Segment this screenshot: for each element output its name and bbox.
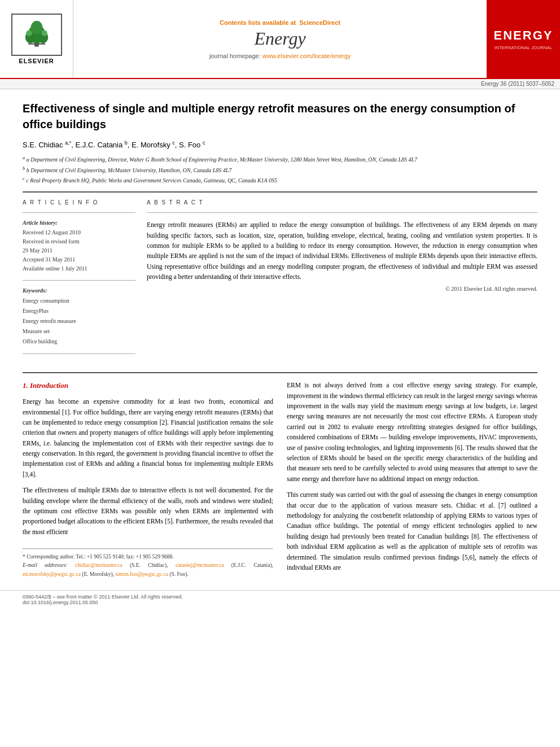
body-col-left: 1. Introduction Energy has become an exp… bbox=[23, 380, 273, 578]
divider-body bbox=[23, 372, 537, 373]
sciencedirect-line: Contents lists available at ScienceDirec… bbox=[220, 19, 340, 26]
email-foo[interactable]: simon.foo@pwgsc.gc.ca bbox=[115, 571, 168, 577]
footnote-divider bbox=[23, 548, 273, 549]
energy-logo-box: ENERGY INTERNATIONAL JOURNAL bbox=[487, 0, 560, 78]
article-info-col: A R T I C L E I N F O Article history: R… bbox=[23, 199, 135, 361]
affiliations: a a Department of Civil Engineering, Dir… bbox=[23, 155, 537, 185]
footnote-corresponding: * Corresponding author. Tel.: +1 905 525… bbox=[23, 553, 273, 561]
journal-header: ELSEVIER Contents lists available at Sci… bbox=[0, 0, 560, 79]
homepage-url: www.elsevier.com/locate/energy bbox=[262, 53, 351, 59]
email-morofsky[interactable]: ed.morofsky@pwgsc.gc.ca bbox=[23, 571, 81, 577]
body-col2-para1: ERM is not always derived from a cost ef… bbox=[287, 380, 537, 484]
history-item-4: Available online 1 July 2011 bbox=[23, 264, 135, 273]
doi-line: doi:10.1016/j.energy.2011.05.050 bbox=[23, 600, 537, 605]
keywords-label: Keywords: bbox=[23, 287, 135, 294]
keyword-3: Measure set bbox=[23, 326, 135, 337]
history-item-3: Accepted 31 May 2011 bbox=[23, 255, 135, 264]
abstract-text: Energy retrofit measures (ERMs) are appl… bbox=[147, 220, 537, 282]
abstract-col: A B S T R A C T Energy retrofit measures… bbox=[147, 199, 537, 361]
body-col-right: ERM is not always derived from a cost ef… bbox=[287, 380, 537, 578]
energy-logo-sub: INTERNATIONAL JOURNAL bbox=[495, 45, 553, 50]
keyword-2: Energy retrofit measure bbox=[23, 316, 135, 326]
body-col1-para2: The effectiveness of multiple ERMs due t… bbox=[23, 485, 273, 537]
energy-logo-text: ENERGY bbox=[494, 28, 553, 43]
keyword-4: Office building bbox=[23, 337, 135, 347]
article-title: Effectiveness of single and multiple ene… bbox=[23, 101, 537, 132]
history-item-2: 29 May 2011 bbox=[23, 246, 135, 255]
body-section: 1. Introduction Energy has become an exp… bbox=[23, 380, 537, 578]
history-item-1: Received in revised form bbox=[23, 237, 135, 246]
journal-info-bar: Energy 36 (2011) 5037–5052 bbox=[0, 79, 560, 89]
history-item-0: Received 12 August 2010 bbox=[23, 228, 135, 237]
svg-rect-7 bbox=[28, 43, 45, 44]
abstract-copyright: © 2011 Elsevier Ltd. All rights reserved… bbox=[147, 286, 537, 292]
divider-keywords bbox=[23, 280, 135, 281]
divider-info bbox=[23, 212, 135, 213]
sciencedirect-link[interactable]: ScienceDirect bbox=[299, 19, 340, 26]
svg-point-5 bbox=[26, 30, 32, 36]
body-col2-para2: This current study was carried out with … bbox=[287, 490, 537, 573]
footnote-emails: E-mail addresses: chidiac@mcmaster.ca (S… bbox=[23, 561, 273, 578]
issn-line: 0360-5442/$ – see front matter © 2011 El… bbox=[23, 594, 537, 600]
keyword-1: EnergyPlus bbox=[23, 306, 135, 316]
info-abstract-section: A R T I C L E I N F O Article history: R… bbox=[23, 199, 537, 361]
journal-citation: Energy 36 (2011) 5037–5052 bbox=[481, 81, 554, 87]
journal-homepage: journal homepage: www.elsevier.com/locat… bbox=[209, 53, 351, 59]
divider-abstract bbox=[147, 212, 537, 213]
elsevier-label: ELSEVIER bbox=[19, 58, 54, 64]
keyword-0: Energy consumption bbox=[23, 296, 135, 306]
email-cataniej[interactable]: cataniej@mcmaster.ca bbox=[176, 562, 224, 568]
divider-bottom-info bbox=[23, 353, 135, 354]
bottom-bar: 0360-5442/$ – see front matter © 2011 El… bbox=[0, 590, 560, 609]
body-col1-para1: Energy has become an expensive commodity… bbox=[23, 396, 273, 479]
journal-center: Contents lists available at ScienceDirec… bbox=[73, 0, 487, 78]
svg-point-4 bbox=[30, 21, 42, 34]
main-content: Effectiveness of single and multiple ene… bbox=[0, 89, 560, 590]
divider-1 bbox=[23, 191, 537, 193]
elsevier-logo: ELSEVIER bbox=[0, 0, 73, 78]
article-history-label: Article history: bbox=[23, 220, 135, 226]
email-chidiac[interactable]: chidiac@mcmaster.ca bbox=[75, 562, 122, 568]
authors-line: S.E. Chidiac a,*, E.J.C. Catania b, E. M… bbox=[23, 140, 537, 149]
journal-name: Energy bbox=[254, 28, 305, 49]
svg-point-6 bbox=[41, 30, 47, 36]
article-info-heading: A R T I C L E I N F O bbox=[23, 199, 135, 206]
section1-title: 1. Introduction bbox=[23, 380, 273, 392]
abstract-heading: A B S T R A C T bbox=[147, 199, 537, 206]
